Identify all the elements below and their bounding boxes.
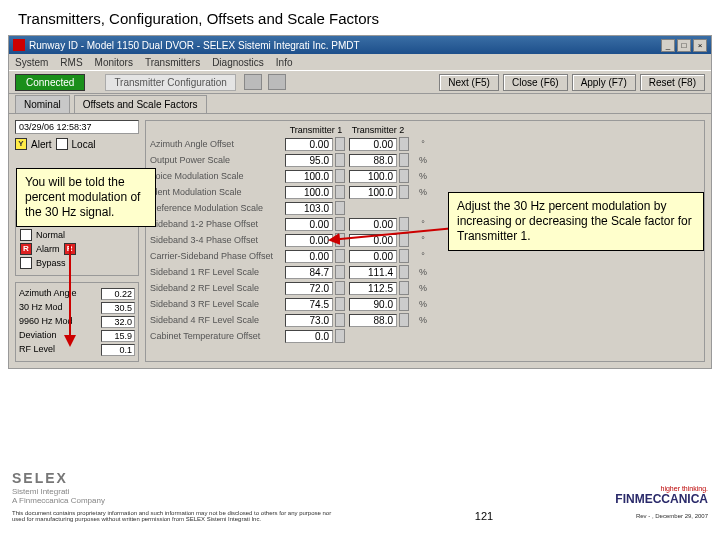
menu-diagnostics[interactable]: Diagnostics — [212, 57, 264, 68]
spinner-icon[interactable] — [399, 249, 409, 263]
param-tx1-value[interactable]: 0.00 — [285, 234, 333, 247]
app-icon — [13, 39, 25, 51]
ro-dev-val: 15.9 — [101, 330, 135, 342]
readouts: Azimuth Angle0.22 30 Hz Mod30.5 9960 Hz … — [15, 282, 139, 362]
param-tx1-value[interactable]: 0.00 — [285, 138, 333, 151]
param-tx1-value[interactable]: 95.0 — [285, 154, 333, 167]
close-button[interactable]: × — [693, 39, 707, 52]
param-name: Sideband 4 RF Level Scale — [150, 315, 285, 325]
ro-rf-label: RF Level — [19, 344, 55, 356]
param-unit: ° — [413, 139, 433, 149]
spinner-icon[interactable] — [335, 233, 345, 247]
close-panel-button[interactable]: Close (F6) — [503, 74, 568, 91]
col-tx2: Transmitter 2 — [347, 125, 409, 135]
spinner-icon[interactable] — [399, 233, 409, 247]
param-name: Sideband 1 RF Level Scale — [150, 267, 285, 277]
spinner-icon[interactable] — [399, 185, 409, 199]
bypass-label: Bypass — [36, 258, 66, 268]
param-tx1-value[interactable]: 0.0 — [285, 330, 333, 343]
param-unit: ° — [413, 235, 433, 245]
param-tx1-value[interactable]: 103.0 — [285, 202, 333, 215]
param-tx2-value[interactable]: 88.0 — [349, 154, 397, 167]
param-name: Sideband 3 RF Level Scale — [150, 299, 285, 309]
param-tx1-value[interactable]: 0.00 — [285, 218, 333, 231]
param-tx2-value[interactable]: 100.0 — [349, 170, 397, 183]
tab-bar: Nominal Offsets and Scale Factors — [9, 94, 711, 114]
local-label: Local — [72, 139, 96, 150]
param-row: Output Power Scale95.088.0% — [150, 153, 700, 167]
menu-rms[interactable]: RMS — [60, 57, 82, 68]
tool-icon[interactable] — [244, 74, 262, 90]
param-name: Sideband 3-4 Phase Offset — [150, 235, 285, 245]
param-row: Voice Modulation Scale100.0100.0% — [150, 169, 700, 183]
menu-transmitters[interactable]: Transmitters — [145, 57, 200, 68]
param-tx1-value[interactable]: 0.00 — [285, 250, 333, 263]
param-name: Cabinet Temperature Offset — [150, 331, 285, 341]
spinner-icon[interactable] — [335, 137, 345, 151]
ro-30hz-val: 30.5 — [101, 302, 135, 314]
param-tx2-value[interactable]: 111.4 — [349, 266, 397, 279]
param-tx2-value[interactable]: 0.00 — [349, 218, 397, 231]
param-tx2-value[interactable]: 0.00 — [349, 234, 397, 247]
param-tx1-value[interactable]: 84.7 — [285, 266, 333, 279]
normal-ind — [20, 229, 32, 241]
spinner-icon[interactable] — [399, 217, 409, 231]
spinner-icon[interactable] — [399, 169, 409, 183]
param-tx2-value[interactable]: 112.5 — [349, 282, 397, 295]
param-tx2-value[interactable]: 0.00 — [349, 138, 397, 151]
param-tx1-value[interactable]: 72.0 — [285, 282, 333, 295]
spinner-icon[interactable] — [335, 329, 345, 343]
spinner-icon[interactable] — [335, 249, 345, 263]
param-row: Sideband 4 RF Level Scale73.088.0% — [150, 313, 700, 327]
spinner-icon[interactable] — [399, 281, 409, 295]
tab-offsets[interactable]: Offsets and Scale Factors — [74, 95, 207, 113]
spinner-icon[interactable] — [335, 153, 345, 167]
local-indicator — [56, 138, 68, 150]
spinner-icon[interactable] — [335, 169, 345, 183]
toolbar-icons — [244, 74, 286, 90]
tab-nominal[interactable]: Nominal — [15, 95, 70, 113]
spinner-icon[interactable] — [335, 201, 345, 215]
menu-info[interactable]: Info — [276, 57, 293, 68]
ro-dev-label: Deviation — [19, 330, 57, 342]
param-tx2-value[interactable]: 100.0 — [349, 186, 397, 199]
param-tx2-value[interactable]: 0.00 — [349, 250, 397, 263]
spinner-icon[interactable] — [399, 153, 409, 167]
spinner-icon[interactable] — [335, 265, 345, 279]
legal-text: This document contains proprietary infor… — [12, 510, 332, 522]
ro-9960hz-val: 32.0 — [101, 316, 135, 328]
menu-monitors[interactable]: Monitors — [95, 57, 133, 68]
param-tx1-value[interactable]: 74.5 — [285, 298, 333, 311]
spinner-icon[interactable] — [399, 137, 409, 151]
param-unit: % — [413, 187, 433, 197]
alarm-ind-1: R — [20, 243, 32, 255]
spinner-icon[interactable] — [399, 313, 409, 327]
spinner-icon[interactable] — [399, 265, 409, 279]
spinner-icon[interactable] — [335, 281, 345, 295]
minimize-button[interactable]: _ — [661, 39, 675, 52]
alarm-ind-2: R — [64, 243, 76, 255]
spinner-icon[interactable] — [399, 297, 409, 311]
tool-icon[interactable] — [268, 74, 286, 90]
revision: Rev - , December 29, 2007 — [636, 513, 708, 519]
spinner-icon[interactable] — [335, 217, 345, 231]
spinner-icon[interactable] — [335, 185, 345, 199]
menu-system[interactable]: System — [15, 57, 48, 68]
reset-button[interactable]: Reset (F8) — [640, 74, 705, 91]
param-name: Output Power Scale — [150, 155, 285, 165]
param-name: Voice Modulation Scale — [150, 171, 285, 181]
param-tx1-value[interactable]: 100.0 — [285, 170, 333, 183]
selex-logo: SELEX Sistemi Integrati A Finmeccanica C… — [12, 470, 105, 506]
param-row: Sideband 1 RF Level Scale84.7111.4% — [150, 265, 700, 279]
maximize-button[interactable]: □ — [677, 39, 691, 52]
normal-label: Normal — [36, 230, 65, 240]
param-tx2-value[interactable]: 90.0 — [349, 298, 397, 311]
param-tx1-value[interactable]: 73.0 — [285, 314, 333, 327]
spinner-icon[interactable] — [335, 313, 345, 327]
param-tx2-value[interactable]: 88.0 — [349, 314, 397, 327]
spinner-icon[interactable] — [335, 297, 345, 311]
next-button[interactable]: Next (F5) — [439, 74, 499, 91]
apply-button[interactable]: Apply (F7) — [572, 74, 636, 91]
ro-az-val: 0.22 — [101, 288, 135, 300]
param-tx1-value[interactable]: 100.0 — [285, 186, 333, 199]
